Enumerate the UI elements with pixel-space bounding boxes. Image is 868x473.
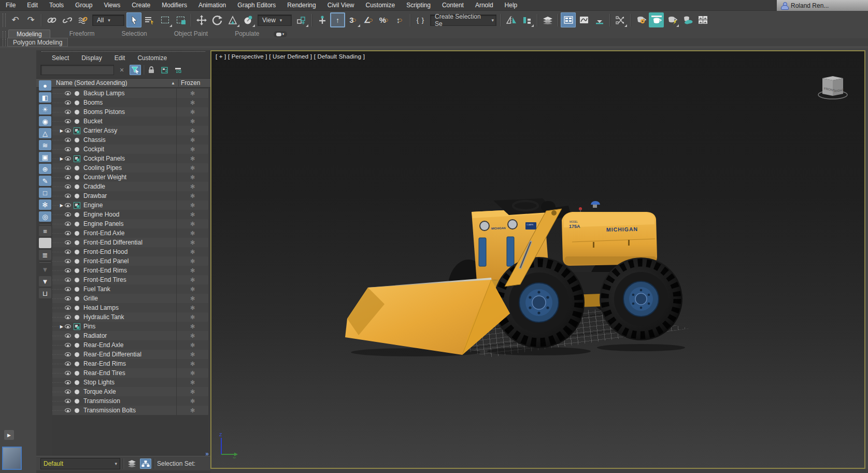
object-name[interactable]: Front-End Rims bbox=[81, 267, 176, 274]
table-row[interactable]: ▶ Booms Pistons ✻ bbox=[52, 107, 208, 117]
visibility-toggle[interactable] bbox=[64, 380, 72, 384]
column-header-frozen[interactable]: Frozen bbox=[178, 79, 210, 87]
frozen-cell[interactable]: ✻ bbox=[176, 182, 208, 191]
menu-item[interactable]: Rendering bbox=[281, 0, 321, 11]
object-name[interactable]: Fuel Tank bbox=[81, 285, 176, 293]
table-row[interactable]: ▶ Head Lamps ✻ bbox=[52, 303, 208, 312]
table-row[interactable]: ▶ Grille ✻ bbox=[52, 294, 208, 303]
frozen-cell[interactable]: ✻ bbox=[176, 284, 208, 294]
ribbon-tab[interactable]: Populate bbox=[227, 30, 267, 38]
table-row[interactable]: ▶ Craddle ✻ bbox=[52, 182, 208, 191]
explorer-menu-item[interactable]: Edit bbox=[115, 54, 125, 62]
frozen-cell[interactable]: ✻ bbox=[176, 294, 208, 303]
object-name[interactable]: Front-End Panel bbox=[81, 257, 176, 265]
frozen-cell[interactable]: ✻ bbox=[176, 322, 208, 331]
object-name[interactable]: Drawbar bbox=[81, 192, 176, 199]
ribbon-minimize-button[interactable]: ▾ bbox=[274, 31, 287, 37]
menu-item[interactable]: Edit bbox=[21, 0, 44, 11]
table-row[interactable]: ▶ Bucket ✻ bbox=[52, 117, 208, 126]
expand-arrow-icon[interactable]: ▶ bbox=[60, 156, 64, 161]
visibility-toggle[interactable] bbox=[64, 212, 72, 217]
object-name[interactable]: Rear-End Axle bbox=[81, 341, 176, 349]
select-by-name-button[interactable] bbox=[142, 12, 157, 27]
select-and-scale-button[interactable] bbox=[225, 12, 240, 27]
expand-arrow-icon[interactable]: ▶ bbox=[60, 203, 64, 208]
select-object-button[interactable] bbox=[126, 12, 141, 27]
percent-snap-button[interactable]: %∩ bbox=[377, 12, 392, 27]
table-row[interactable]: ▶ Chassis ✻ bbox=[52, 135, 208, 145]
display-spacewarps-icon[interactable]: ≋ bbox=[39, 140, 51, 150]
undo-button[interactable]: ↶ bbox=[8, 12, 23, 27]
overflow-chevrons[interactable]: » bbox=[205, 450, 208, 457]
ribbon-tab[interactable]: Freeform bbox=[62, 30, 103, 38]
display-groups-icon[interactable]: ▣ bbox=[39, 152, 51, 162]
reference-coordinate-system-dropdown[interactable]: View▾ bbox=[258, 15, 292, 26]
column-header-name[interactable]: Name (Sorted Ascending) bbox=[56, 79, 171, 87]
frozen-cell[interactable]: ✻ bbox=[176, 107, 208, 117]
toggle-scene-explorer-button[interactable] bbox=[561, 12, 576, 27]
named-selection-dropdown[interactable]: Create Selection Se▾ bbox=[430, 15, 496, 26]
menu-item[interactable]: Create bbox=[126, 0, 156, 11]
visibility-toggle[interactable] bbox=[64, 362, 72, 366]
display-cameras-icon[interactable]: ◉ bbox=[39, 116, 51, 126]
explorer-menu-item[interactable]: Customize bbox=[137, 54, 167, 62]
object-name[interactable]: Front-End Hood bbox=[81, 248, 176, 255]
bind-to-space-warp-button[interactable] bbox=[75, 12, 90, 27]
object-name[interactable]: Front-End Differential bbox=[81, 239, 176, 246]
visibility-toggle[interactable] bbox=[64, 306, 72, 310]
frozen-cell[interactable]: ✻ bbox=[176, 312, 208, 322]
object-name[interactable]: Booms Pistons bbox=[81, 108, 176, 116]
visibility-toggle[interactable] bbox=[64, 91, 72, 95]
strip-separator[interactable] bbox=[39, 262, 51, 263]
object-name[interactable]: Engine Hood bbox=[81, 211, 176, 218]
frozen-cell[interactable]: ✻ bbox=[176, 331, 208, 340]
manage-layers-button[interactable] bbox=[540, 12, 555, 27]
frozen-cell[interactable]: ✻ bbox=[176, 406, 208, 415]
select-and-rotate-button[interactable] bbox=[209, 12, 224, 27]
polygon-modeling-panel[interactable]: Polygon Modeling bbox=[7, 38, 68, 47]
table-row[interactable]: ▶ Fuel Tank ✻ bbox=[52, 284, 208, 294]
object-name[interactable]: Front-End Tires bbox=[81, 276, 176, 283]
frozen-cell[interactable]: ✻ bbox=[176, 200, 208, 210]
visibility-toggle[interactable] bbox=[64, 222, 72, 226]
frozen-cell[interactable]: ✻ bbox=[176, 145, 208, 154]
table-row[interactable]: ▶ Rear-End Axle ✻ bbox=[52, 340, 208, 350]
frozen-cell[interactable]: ✻ bbox=[176, 89, 208, 98]
frozen-cell[interactable]: ✻ bbox=[176, 266, 208, 275]
filter-icon[interactable]: ▼ bbox=[39, 276, 51, 286]
visibility-toggle[interactable] bbox=[64, 138, 72, 142]
ribbon-tab[interactable]: Selection bbox=[113, 30, 154, 38]
visibility-toggle[interactable] bbox=[64, 287, 72, 291]
menu-item[interactable]: Tools bbox=[44, 0, 69, 11]
menu-item[interactable]: Group bbox=[69, 0, 98, 11]
table-row[interactable]: ▶ Engine Hood ✻ bbox=[52, 210, 208, 219]
visibility-toggle[interactable] bbox=[64, 334, 72, 338]
select-and-link-button[interactable] bbox=[44, 12, 59, 27]
frozen-cell[interactable]: ✻ bbox=[176, 247, 208, 256]
view-list-icon[interactable]: ≡ bbox=[39, 226, 51, 236]
visibility-toggle[interactable] bbox=[64, 203, 72, 207]
display-hidden-icon[interactable]: ◎ bbox=[39, 211, 51, 222]
perspective-viewport[interactable]: [ + ] [ Perspective ] [ User Defined ] [… bbox=[210, 50, 865, 469]
visibility-toggle[interactable] bbox=[64, 324, 72, 328]
frozen-cell[interactable]: ✻ bbox=[176, 173, 208, 182]
loader-model[interactable]: CLARK MICHIGAN MICHIGAN MODEL 175A bbox=[338, 180, 701, 359]
select-and-place-button[interactable] bbox=[240, 12, 255, 27]
visibility-toggle[interactable] bbox=[64, 175, 72, 179]
layer-view-button[interactable] bbox=[126, 458, 137, 469]
object-name[interactable]: Craddle bbox=[81, 183, 176, 190]
object-name[interactable]: Booms bbox=[81, 99, 176, 106]
object-name[interactable]: Radiator bbox=[81, 332, 176, 339]
table-row[interactable]: ▶ Radiator ✻ bbox=[52, 331, 208, 340]
table-row[interactable]: ▶ Rear-End Differential ✻ bbox=[52, 350, 208, 359]
frozen-cell[interactable]: ✻ bbox=[176, 378, 208, 387]
collapse-all-button[interactable] bbox=[173, 65, 184, 75]
table-row[interactable]: ▶ Counter Weight ✻ bbox=[52, 173, 208, 182]
toolbar-grip[interactable] bbox=[3, 13, 6, 27]
menu-item[interactable]: Customize bbox=[360, 0, 401, 11]
table-row[interactable]: ▶ Front-End Panel ✻ bbox=[52, 256, 208, 266]
visibility-toggle[interactable] bbox=[64, 166, 72, 170]
angle-snap-button[interactable]: ∠∩ bbox=[361, 12, 376, 27]
frozen-cell[interactable]: ✻ bbox=[176, 350, 208, 359]
object-name[interactable]: Torque Axle bbox=[81, 388, 176, 395]
